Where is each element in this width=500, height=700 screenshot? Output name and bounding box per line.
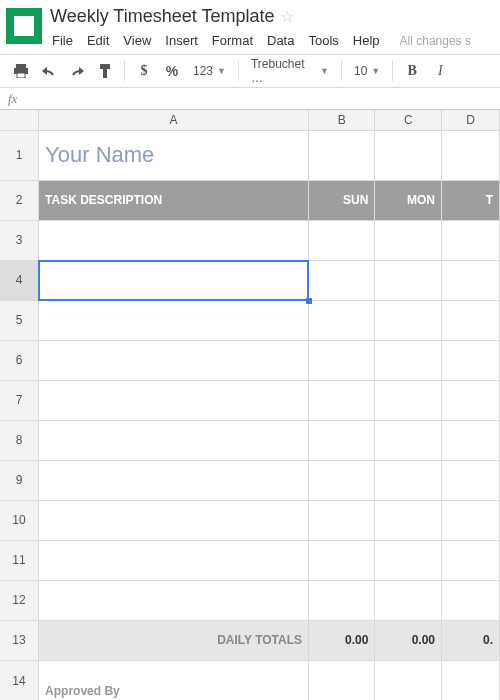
menu-format[interactable]: Format: [212, 33, 253, 48]
cell[interactable]: [39, 420, 309, 460]
cell[interactable]: [309, 220, 375, 260]
print-icon[interactable]: [8, 58, 34, 84]
star-icon[interactable]: ☆: [280, 7, 294, 26]
row-header[interactable]: 4: [0, 260, 39, 300]
header-tue[interactable]: T: [441, 180, 499, 220]
cell[interactable]: [441, 460, 499, 500]
fill-handle[interactable]: [306, 298, 312, 304]
font-family-dropdown[interactable]: Trebuchet …▼: [245, 57, 335, 85]
select-all-corner[interactable]: [0, 110, 39, 130]
document-title[interactable]: Weekly Timesheet Template: [50, 6, 274, 27]
cell[interactable]: [309, 260, 375, 300]
row-header[interactable]: 7: [0, 380, 39, 420]
row-header[interactable]: 11: [0, 540, 39, 580]
cell[interactable]: [441, 340, 499, 380]
currency-button[interactable]: $: [131, 58, 157, 84]
row-header[interactable]: 8: [0, 420, 39, 460]
row-header[interactable]: 6: [0, 340, 39, 380]
redo-icon[interactable]: [64, 58, 90, 84]
paint-format-icon[interactable]: [92, 58, 118, 84]
cell[interactable]: [309, 500, 375, 540]
cell[interactable]: [441, 300, 499, 340]
menu-view[interactable]: View: [123, 33, 151, 48]
row-header[interactable]: 12: [0, 580, 39, 620]
row-header[interactable]: 1: [0, 130, 39, 180]
cell[interactable]: [309, 580, 375, 620]
cell[interactable]: [441, 220, 499, 260]
header-task-desc[interactable]: TASK DESCRIPTION: [39, 180, 309, 220]
cell[interactable]: [375, 460, 442, 500]
menu-insert[interactable]: Insert: [165, 33, 198, 48]
menu-file[interactable]: File: [52, 33, 73, 48]
cell[interactable]: [309, 420, 375, 460]
cell[interactable]: [375, 380, 442, 420]
total-sun[interactable]: 0.00: [309, 620, 375, 660]
number-format-dropdown[interactable]: 123▼: [187, 64, 232, 78]
cell[interactable]: [309, 300, 375, 340]
total-mon[interactable]: 0.00: [375, 620, 442, 660]
cell[interactable]: [375, 300, 442, 340]
cell-name[interactable]: Your Name: [39, 130, 309, 180]
cell[interactable]: [39, 580, 309, 620]
cell[interactable]: [309, 130, 375, 180]
cell[interactable]: [441, 660, 499, 700]
col-header-d[interactable]: D: [441, 110, 499, 130]
formula-bar[interactable]: fx: [0, 88, 500, 110]
bold-button[interactable]: B: [399, 58, 425, 84]
row-header[interactable]: 5: [0, 300, 39, 340]
cell[interactable]: [309, 540, 375, 580]
cell[interactable]: [309, 660, 375, 700]
total-tue[interactable]: 0.: [441, 620, 499, 660]
cell[interactable]: [309, 340, 375, 380]
cell[interactable]: [441, 540, 499, 580]
col-header-b[interactable]: B: [309, 110, 375, 130]
cell[interactable]: [441, 580, 499, 620]
col-header-a[interactable]: A: [39, 110, 309, 130]
row-header[interactable]: 2: [0, 180, 39, 220]
cell[interactable]: [441, 130, 499, 180]
cell[interactable]: [375, 500, 442, 540]
cell[interactable]: [309, 460, 375, 500]
percent-button[interactable]: %: [159, 58, 185, 84]
cell[interactable]: [375, 660, 442, 700]
sheets-logo[interactable]: [6, 8, 42, 44]
approved-by-label[interactable]: Approved By: [39, 660, 309, 700]
font-size-dropdown[interactable]: 10▼: [348, 64, 386, 78]
cell[interactable]: [39, 220, 309, 260]
row-header[interactable]: 14: [0, 660, 39, 700]
cell[interactable]: [39, 300, 309, 340]
cell[interactable]: [375, 130, 442, 180]
row-header[interactable]: 3: [0, 220, 39, 260]
row-header[interactable]: 10: [0, 500, 39, 540]
col-header-c[interactable]: C: [375, 110, 442, 130]
spreadsheet-grid[interactable]: A B C D 1 Your Name 2 TASK DESCRIPTION S…: [0, 110, 500, 700]
cell[interactable]: [441, 420, 499, 460]
cell[interactable]: [375, 220, 442, 260]
undo-icon[interactable]: [36, 58, 62, 84]
cell[interactable]: [441, 380, 499, 420]
cell[interactable]: [441, 260, 499, 300]
cell[interactable]: [39, 500, 309, 540]
cell[interactable]: [375, 340, 442, 380]
cell[interactable]: [39, 460, 309, 500]
menu-help[interactable]: Help: [353, 33, 380, 48]
header-mon[interactable]: MON: [375, 180, 442, 220]
menu-edit[interactable]: Edit: [87, 33, 109, 48]
cell[interactable]: [39, 540, 309, 580]
cell[interactable]: [375, 420, 442, 460]
selected-cell[interactable]: [39, 260, 309, 300]
italic-button[interactable]: I: [427, 58, 453, 84]
cell[interactable]: [39, 380, 309, 420]
cell[interactable]: [309, 380, 375, 420]
cell[interactable]: [375, 260, 442, 300]
row-header[interactable]: 9: [0, 460, 39, 500]
cell[interactable]: [375, 580, 442, 620]
cell[interactable]: [39, 340, 309, 380]
menu-tools[interactable]: Tools: [308, 33, 338, 48]
cell[interactable]: [375, 540, 442, 580]
row-header[interactable]: 13: [0, 620, 39, 660]
header-sun[interactable]: SUN: [309, 180, 375, 220]
menu-data[interactable]: Data: [267, 33, 294, 48]
cell[interactable]: [441, 500, 499, 540]
daily-totals-label[interactable]: DAILY TOTALS: [39, 620, 309, 660]
